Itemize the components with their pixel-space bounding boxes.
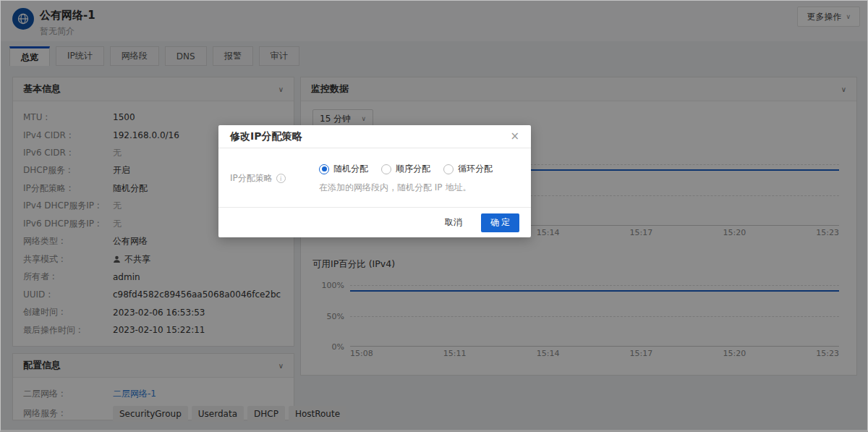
helper-text: 在添加的网络段内，随机分配 IP 地址。 xyxy=(319,182,493,194)
radio-unselected-icon xyxy=(381,164,391,174)
radio-group: 随机分配 顺序分配 循环分配 在添加的网络段内，随机分配 IP 地址。 xyxy=(319,163,493,194)
radio-selected-icon xyxy=(319,164,329,174)
radio-label: 随机分配 xyxy=(333,163,368,175)
app-window: 公有网络-1 暂无简介 更多操作 ∨ 总览 IP统计 网络段 DNS 报警 审计… xyxy=(0,0,868,432)
confirm-button[interactable]: 确 定 xyxy=(481,213,519,232)
field-label-text: IP分配策略 xyxy=(230,172,273,185)
close-icon[interactable]: × xyxy=(510,131,519,142)
radio-label: 顺序分配 xyxy=(396,163,430,175)
radio-sequential-allocation[interactable]: 顺序分配 xyxy=(381,163,430,175)
info-icon: i xyxy=(276,174,286,183)
radio-unselected-icon xyxy=(443,164,454,174)
field-label: IP分配策略 i xyxy=(230,163,319,194)
cancel-button[interactable]: 取消 xyxy=(441,213,467,232)
dialog-title: 修改IP分配策略 xyxy=(230,130,302,143)
radio-label: 循环分配 xyxy=(458,163,493,175)
dialog-body: IP分配策略 i 随机分配 顺序分配 循环分配 xyxy=(218,148,531,194)
dialog-header: 修改IP分配策略 × xyxy=(218,125,531,148)
radio-round-robin-allocation[interactable]: 循环分配 xyxy=(443,163,493,175)
radio-random-allocation[interactable]: 随机分配 xyxy=(319,163,368,175)
modify-ip-policy-dialog: 修改IP分配策略 × IP分配策略 i 随机分配 顺序分配 xyxy=(218,125,531,237)
dialog-footer: 取消 确 定 xyxy=(218,207,531,237)
